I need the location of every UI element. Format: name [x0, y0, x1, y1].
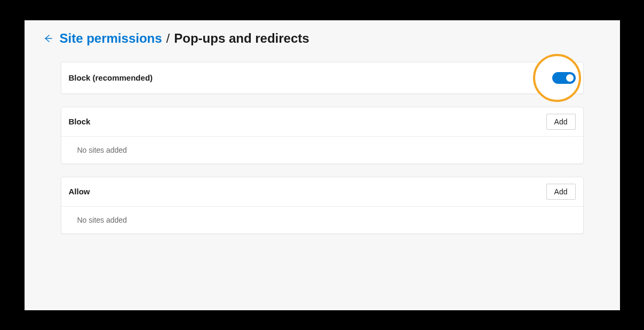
block-list-header: Block Add: [61, 107, 583, 137]
block-empty-message: No sites added: [77, 146, 127, 154]
block-list-body: No sites added: [61, 137, 583, 163]
block-list-title: Block: [69, 117, 91, 126]
settings-content: Block (recommended) Block Add No sites a…: [25, 62, 620, 234]
block-add-button[interactable]: Add: [546, 114, 576, 130]
allow-list-body: No sites added: [61, 207, 583, 233]
breadcrumb-separator: /: [166, 31, 170, 46]
block-recommended-row: Block (recommended): [61, 62, 583, 93]
block-list-card: Block Add No sites added: [61, 107, 584, 164]
block-recommended-label: Block (recommended): [69, 73, 153, 82]
toggle-wrap: [552, 72, 576, 84]
breadcrumb-parent-link[interactable]: Site permissions: [60, 31, 162, 46]
breadcrumb-current: Pop-ups and redirects: [174, 31, 309, 46]
allow-list-title: Allow: [69, 187, 90, 196]
block-recommended-card: Block (recommended): [61, 62, 584, 94]
block-recommended-toggle[interactable]: [552, 72, 576, 84]
back-arrow-icon[interactable]: [43, 33, 53, 44]
allow-empty-message: No sites added: [77, 216, 127, 224]
allow-list-card: Allow Add No sites added: [61, 177, 584, 234]
settings-page: Site permissions / Pop-ups and redirects…: [25, 20, 620, 310]
allow-add-button[interactable]: Add: [546, 184, 576, 200]
breadcrumb: Site permissions / Pop-ups and redirects: [25, 31, 620, 62]
toggle-knob: [566, 74, 574, 82]
allow-list-header: Allow Add: [61, 177, 583, 207]
